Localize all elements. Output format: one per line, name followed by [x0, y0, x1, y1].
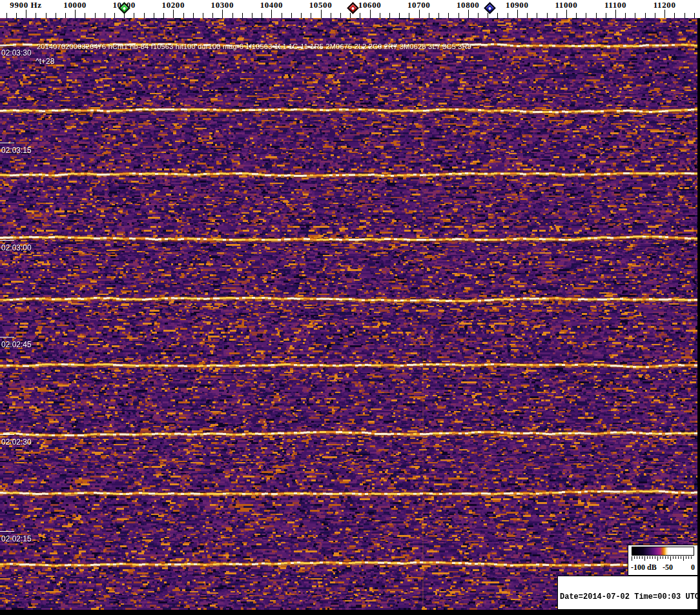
- db-ruler-tick: [655, 556, 655, 559]
- cursor-annotation: ^t+28: [36, 57, 54, 66]
- freq-major-tick: [419, 10, 420, 18]
- time-tick: [0, 240, 14, 241]
- freq-minor-tick: [340, 13, 341, 18]
- db-ruler-tick: [678, 556, 679, 559]
- freq-minor-tick: [635, 13, 635, 18]
- db-ruler-tick: [686, 556, 686, 559]
- freq-minor-tick: [291, 13, 292, 18]
- time-tick: [0, 434, 14, 435]
- db-ruler-tick: [683, 556, 684, 561]
- freq-minor-tick: [547, 13, 548, 18]
- freq-minor-tick: [193, 13, 194, 18]
- spectrogram-canvas: [0, 18, 698, 610]
- freq-label-10400: 10400: [260, 0, 283, 10]
- time-label: 02:03:30: [1, 48, 32, 57]
- freq-minor-tick: [105, 13, 105, 18]
- db-gradient-bar: [632, 547, 694, 556]
- freq-minor-tick: [694, 13, 695, 18]
- freq-major-tick: [615, 10, 616, 18]
- freq-label-11100: 11100: [604, 0, 626, 10]
- freq-minor-tick: [448, 13, 449, 18]
- db-labels: -100 dB -50 0: [628, 563, 697, 574]
- freq-minor-tick: [429, 13, 429, 18]
- freq-minor-tick: [527, 13, 528, 18]
- time-tick: [0, 45, 14, 46]
- marker-blue[interactable]: [484, 2, 495, 14]
- freq-minor-tick: [301, 13, 302, 18]
- freq-minor-tick: [242, 13, 243, 18]
- freq-minor-tick: [252, 13, 252, 18]
- db-ruler-tick: [650, 556, 650, 559]
- freq-minor-tick: [409, 13, 409, 18]
- db-ruler-tick: [639, 556, 640, 559]
- marker-red[interactable]: [347, 2, 358, 14]
- freq-minor-tick: [645, 13, 646, 18]
- time-tick: [0, 531, 14, 532]
- freq-major-tick: [517, 10, 518, 18]
- freq-major-tick: [75, 10, 76, 18]
- freq-minor-tick: [95, 13, 96, 18]
- freq-minor-tick: [389, 13, 390, 18]
- freq-minor-tick: [232, 13, 233, 18]
- freq-label-10300: 10300: [211, 0, 234, 10]
- freq-major-tick: [468, 10, 469, 18]
- freq-label-10500: 10500: [309, 0, 333, 10]
- freq-minor-tick: [163, 13, 164, 18]
- right-border: [697, 18, 700, 615]
- time-label: 02:03:00: [1, 243, 32, 252]
- freq-minor-tick: [674, 13, 675, 18]
- freq-label-10900: 10900: [506, 0, 529, 10]
- db-ruler-tick: [657, 556, 658, 561]
- db-ruler-tick: [665, 556, 666, 559]
- time-tick: [0, 143, 14, 143]
- db-ruler-tick: [668, 556, 668, 559]
- freq-minor-tick: [262, 13, 262, 18]
- freq-minor-tick: [144, 13, 145, 18]
- db-ruler-tick: [637, 556, 637, 559]
- db-label-mid: -50: [663, 563, 673, 572]
- db-label-min: -100 dB: [631, 563, 657, 572]
- freq-minor-tick: [360, 13, 360, 18]
- time-label: 02:02:45: [1, 340, 32, 349]
- freq-label-9900: 9900 Hz: [10, 0, 41, 10]
- freq-minor-tick: [488, 13, 488, 18]
- freq-minor-tick: [399, 13, 400, 18]
- freq-minor-tick: [586, 13, 586, 18]
- freq-label-11200: 11200: [654, 0, 676, 10]
- freq-minor-tick: [537, 13, 537, 18]
- freq-minor-tick: [557, 13, 557, 18]
- freq-minor-tick: [282, 13, 282, 18]
- freq-minor-tick: [85, 13, 85, 18]
- db-ruler-tick: [652, 556, 653, 559]
- freq-minor-tick: [212, 13, 213, 18]
- db-ruler-tick: [673, 556, 674, 559]
- freq-minor-tick: [36, 13, 36, 18]
- frequency-axis: 9900 Hz100001010010200103001040010500106…: [0, 0, 700, 18]
- db-ruler-tick: [670, 556, 671, 561]
- freq-minor-tick: [6, 13, 7, 18]
- freq-minor-tick: [331, 13, 331, 18]
- db-ruler-tick: [691, 556, 692, 559]
- freq-minor-tick: [508, 13, 508, 18]
- freq-label-11000: 11000: [555, 0, 577, 10]
- freq-label-10700: 10700: [407, 0, 431, 10]
- freq-minor-tick: [46, 13, 46, 18]
- freq-minor-tick: [183, 13, 184, 18]
- freq-minor-tick: [134, 13, 134, 18]
- detection-annotation: 20140702000320476 hCnt1 nb-84 f10563 hit…: [37, 43, 471, 50]
- freq-label-10600: 10600: [358, 0, 382, 10]
- db-ruler-tick: [663, 556, 663, 559]
- freq-minor-tick: [458, 13, 459, 18]
- db-ruler-tick: [647, 556, 648, 559]
- freq-minor-tick: [16, 13, 17, 18]
- freq-minor-tick: [203, 13, 203, 18]
- db-ruler-tick: [634, 556, 635, 559]
- db-label-max: 0: [691, 563, 695, 572]
- freq-major-tick: [664, 10, 665, 18]
- freq-minor-tick: [576, 13, 577, 18]
- db-ruler-tick: [688, 556, 689, 559]
- time-label: 02:02:15: [1, 534, 32, 543]
- freq-minor-tick: [606, 13, 606, 18]
- freq-minor-tick: [438, 13, 439, 18]
- freq-minor-tick: [311, 13, 311, 18]
